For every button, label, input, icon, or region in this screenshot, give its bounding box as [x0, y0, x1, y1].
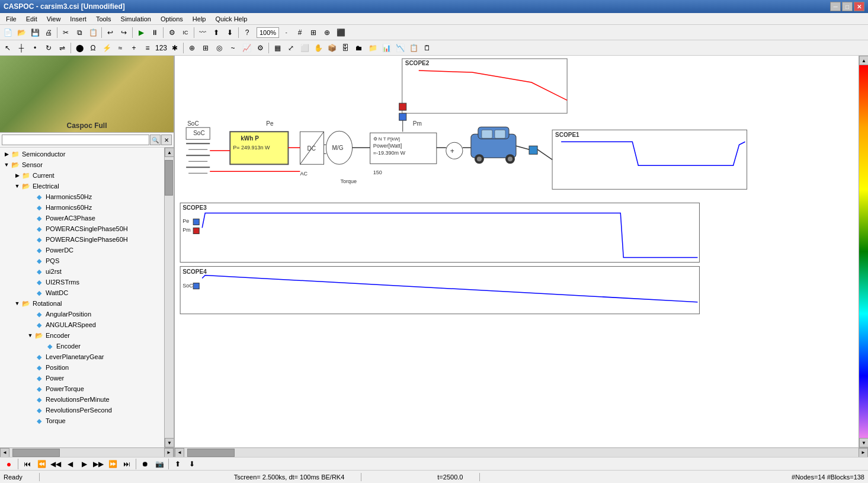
comp4-btn[interactable]: ≈: [114, 41, 127, 55]
rotate-btn[interactable]: ↻: [42, 41, 55, 55]
tree-hscroll-left[interactable]: ◄: [0, 448, 9, 458]
menu-tools[interactable]: Tools: [91, 13, 116, 25]
tree-item-position[interactable]: ◆ Position: [0, 362, 164, 373]
comp7-btn[interactable]: 123: [155, 41, 168, 55]
comp3-btn[interactable]: ⚡: [100, 41, 113, 55]
canvas-area[interactable]: SCOPE2 SCOPE1 SoC SoC Pe: [175, 56, 859, 447]
save-button[interactable]: 💾: [28, 26, 41, 39]
menu-view[interactable]: View: [42, 13, 66, 25]
canvas-scroll-down[interactable]: ▼: [859, 438, 868, 447]
lib5-btn[interactable]: 📊: [380, 41, 393, 55]
tree-item-powertorque[interactable]: ◆ PowerTorque: [0, 383, 164, 394]
tree-item-powerac3[interactable]: ◆ PowerAC3Phase: [0, 213, 164, 223]
record-btn[interactable]: ⏺: [139, 458, 152, 471]
ic-button[interactable]: IC: [179, 26, 192, 39]
tree-item-torque[interactable]: ◆ Torque: [0, 415, 164, 426]
tree-item-sensor[interactable]: ▼ 📂 Sensor: [0, 159, 164, 170]
comp6-btn[interactable]: ≡: [141, 41, 154, 55]
menu-options[interactable]: Options: [156, 13, 188, 25]
snapshot-btn[interactable]: 📷: [153, 458, 166, 471]
tree-scroll-thumb[interactable]: [165, 160, 173, 196]
canvas-scroll-up[interactable]: ▲: [859, 56, 868, 65]
new-button[interactable]: 📄: [1, 26, 14, 39]
comp8-btn[interactable]: ✱: [168, 41, 181, 55]
canvas-hscroll-thumb[interactable]: [187, 449, 235, 457]
node-btn[interactable]: •: [28, 41, 41, 55]
wire-btn[interactable]: ┼: [15, 41, 28, 55]
tree-item-electrical[interactable]: ▼ 📂 Electrical: [0, 181, 164, 191]
close-button[interactable]: ✕: [854, 2, 864, 11]
component-lib-btn[interactable]: 📦: [325, 41, 338, 55]
undo-button[interactable]: ↩: [104, 26, 117, 39]
play-btn[interactable]: ▶: [78, 458, 91, 471]
tree-item-powerac50[interactable]: ◆ POWERACSinglePhase50H: [0, 223, 164, 234]
tree-item-harmonics50[interactable]: ◆ Harmonics50Hz: [0, 191, 164, 202]
prev-btn[interactable]: ◀◀: [49, 458, 62, 471]
grid-btn[interactable]: #: [293, 26, 306, 39]
menu-quickhelp[interactable]: Quick Help: [210, 13, 252, 25]
tree-item-pqs[interactable]: ◆ PQS: [0, 255, 164, 266]
lib2-btn[interactable]: 🗄: [339, 41, 352, 55]
tree-item-angularspeed[interactable]: ◆ ANGULARSpeed: [0, 319, 164, 330]
lib4-btn[interactable]: 📁: [366, 41, 379, 55]
help-button[interactable]: ?: [241, 26, 254, 39]
copy-button[interactable]: ⧉: [73, 26, 86, 39]
menu-help[interactable]: Help: [188, 13, 211, 25]
zoom-fit-btn[interactable]: ⤢: [284, 41, 297, 55]
bode-btn[interactable]: 📈: [240, 41, 253, 55]
comp2-btn[interactable]: Ω: [87, 41, 100, 55]
tree-item-encoder[interactable]: ◆ Encoder: [0, 341, 164, 351]
export2-btn[interactable]: ⬆: [171, 458, 184, 471]
cut-button[interactable]: ✂: [59, 26, 72, 39]
skip-to-end-btn[interactable]: ⏭: [120, 458, 133, 471]
tree-item-semiconductor[interactable]: ▶ 📁 Semiconductor: [0, 149, 164, 159]
grid2-btn[interactable]: ▦: [271, 41, 284, 55]
tree-item-current[interactable]: ▶ 📁 Current: [0, 170, 164, 181]
measure1-btn[interactable]: ⊕: [185, 41, 198, 55]
tree-item-powerac60[interactable]: ◆ POWERACSinglePhase60H: [0, 234, 164, 245]
tree-item-rps[interactable]: ◆ RevolutionsPerSecond: [0, 405, 164, 415]
export-button[interactable]: ⬆: [210, 26, 223, 39]
skip-to-start[interactable]: ⏮: [21, 458, 34, 471]
tree-item-wattdc[interactable]: ◆ WattDC: [0, 287, 164, 298]
tree-hscroll-thumb[interactable]: [12, 449, 60, 457]
tree-item-rotational[interactable]: ▼ 📂 Rotational: [0, 298, 164, 309]
tree-item-leverbevel[interactable]: ◆ LeverPlanetaryGear: [0, 351, 164, 362]
tree-scroll-down[interactable]: ▼: [165, 438, 174, 447]
comp1-btn[interactable]: ⬤: [73, 41, 86, 55]
print-button[interactable]: 🖨: [42, 26, 55, 39]
pointer-btn[interactable]: ↖: [1, 41, 14, 55]
lib7-btn[interactable]: 📋: [407, 41, 420, 55]
minimize-button[interactable]: ─: [830, 2, 841, 11]
search-input[interactable]: [2, 135, 149, 145]
redo-button[interactable]: ↪: [117, 26, 130, 39]
fast-fwd-btn[interactable]: ▶▶: [92, 458, 105, 471]
tree-scroll-up[interactable]: ▲: [165, 148, 174, 157]
canvas-hscroll-right[interactable]: ►: [859, 448, 868, 458]
play-back-btn[interactable]: ◀: [63, 458, 76, 471]
pan-btn[interactable]: ✋: [312, 41, 325, 55]
paste-button[interactable]: 📋: [87, 26, 100, 39]
param-btn[interactable]: ⚙: [254, 41, 267, 55]
flip-btn[interactable]: ⇌: [56, 41, 69, 55]
tree-item-ui2rstrms[interactable]: ◆ UI2RSTrms: [0, 277, 164, 287]
step-back-btn[interactable]: ⏪: [35, 458, 48, 471]
compile-button[interactable]: ⚙: [165, 26, 178, 39]
maximize-button[interactable]: □: [842, 2, 853, 11]
tree-item-powerdc[interactable]: ◆ PowerDC: [0, 245, 164, 255]
canvas-vscroll[interactable]: ▲ ▼: [859, 56, 868, 447]
menu-file[interactable]: File: [1, 13, 21, 25]
lib8-btn[interactable]: 🗒: [421, 41, 434, 55]
search-button[interactable]: 🔍: [150, 135, 161, 145]
tree-item-harmonics60[interactable]: ◆ Harmonics60Hz: [0, 202, 164, 213]
color-btn[interactable]: ⬛: [334, 26, 347, 39]
tree-item-angularpos[interactable]: ◆ AngularPosition: [0, 309, 164, 319]
fast-fwd2-btn[interactable]: ⏩: [106, 458, 119, 471]
open-button[interactable]: 📂: [15, 26, 28, 39]
scope-btn[interactable]: ◎: [213, 41, 226, 55]
tree-item-ui2rst[interactable]: ◆ ui2rst: [0, 266, 164, 277]
snap-btn[interactable]: ⊞: [307, 26, 320, 39]
tree-hscroll-right[interactable]: ►: [164, 448, 174, 458]
comp5-btn[interactable]: +: [127, 41, 140, 55]
import-button[interactable]: ⬇: [223, 26, 236, 39]
